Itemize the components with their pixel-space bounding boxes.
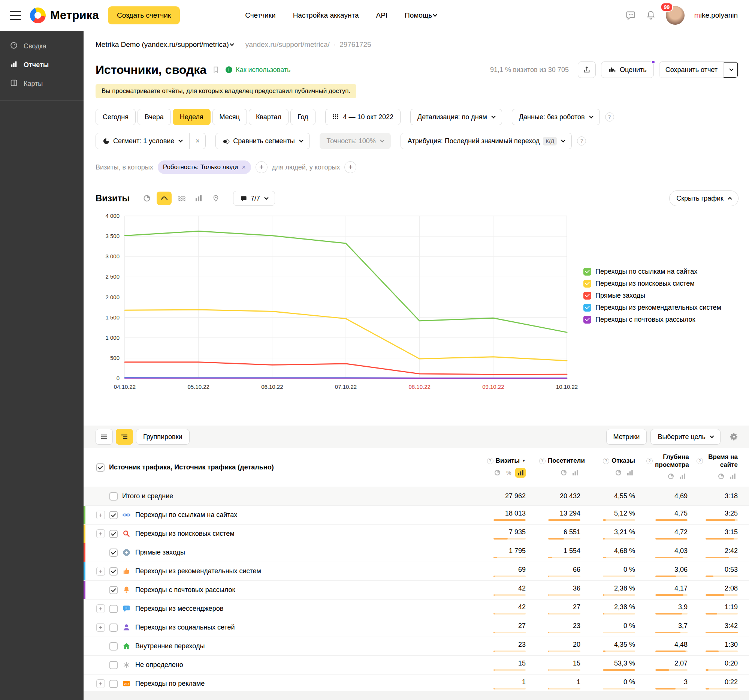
column-header-4[interactable]: ?Время на сайте bbox=[692, 453, 749, 481]
expand-row-button[interactable]: + bbox=[96, 567, 105, 576]
columns-chart-type-icon[interactable] bbox=[191, 191, 206, 205]
expand-row-button[interactable]: + bbox=[96, 604, 105, 613]
legend-checkbox[interactable] bbox=[583, 316, 591, 323]
hide-chart-button[interactable]: Скрыть график bbox=[669, 190, 738, 206]
row-checkbox[interactable] bbox=[109, 586, 118, 594]
date-range-button[interactable]: 4 — 10 окт 2022 bbox=[325, 109, 400, 125]
row-checkbox[interactable] bbox=[109, 623, 118, 632]
legend-item-2[interactable]: Прямые заходы bbox=[583, 292, 721, 300]
period-tab-Неделя[interactable]: Неделя bbox=[173, 109, 211, 125]
metric-help-icon[interactable]: ? bbox=[697, 458, 703, 464]
table-row[interactable]: Внутренние переходы23204,35 %4,481:30 bbox=[84, 637, 749, 656]
remove-filter-icon[interactable]: × bbox=[242, 164, 246, 172]
row-checkbox[interactable] bbox=[109, 567, 118, 576]
user-avatar[interactable]: 99 bbox=[666, 6, 685, 25]
groupings-button[interactable]: Группировки bbox=[136, 429, 190, 445]
column-header-1[interactable]: ?Посетители bbox=[530, 457, 585, 477]
robotness-pill[interactable]: Роботность: Только люди × bbox=[158, 161, 251, 174]
bookmark-icon[interactable] bbox=[212, 66, 220, 74]
row-checkbox[interactable] bbox=[109, 548, 118, 557]
table-row[interactable]: Переходы с почтовых рассылок42362,38 %4,… bbox=[84, 581, 749, 599]
counter-selector[interactable]: Metrika Demo (yandex.ru/support/metrica) bbox=[96, 40, 234, 49]
legend-checkbox[interactable] bbox=[583, 304, 591, 312]
table-row[interactable]: +Переходы из мессенджеров42272,38 %3,91:… bbox=[84, 599, 749, 618]
period-tab-Квартал[interactable]: Квартал bbox=[249, 109, 289, 125]
map-chart-type-icon[interactable] bbox=[208, 191, 223, 205]
metrika-logo[interactable]: Метрика bbox=[30, 8, 99, 23]
metric-help-icon[interactable]: ? bbox=[647, 458, 653, 464]
metric-display-pie-icon[interactable] bbox=[558, 468, 569, 478]
legend-checkbox[interactable] bbox=[583, 268, 591, 276]
attribution-dropdown[interactable]: Атрибуция: Последний значимый переход К/… bbox=[400, 133, 572, 149]
row-label[interactable]: Переходы по ссылкам на сайтах bbox=[135, 511, 237, 519]
column-header-0[interactable]: ?Визиты▼% bbox=[474, 457, 530, 477]
row-label[interactable]: Переходы из поисковых систем bbox=[135, 530, 235, 538]
data-mode-dropdown[interactable]: Данные: без роботов bbox=[512, 109, 600, 125]
rate-button[interactable]: Оценить bbox=[601, 61, 654, 78]
table-row[interactable]: Не определено151553,3 %2,070:20 bbox=[84, 656, 749, 674]
table-row[interactable]: Прямые заходы1 7951 5544,68 %4,032:42 bbox=[84, 543, 749, 562]
help-icon[interactable]: ? bbox=[577, 136, 586, 146]
choose-goal-dropdown[interactable]: Выберите цель bbox=[650, 429, 720, 445]
sidebar-item-2[interactable]: Карты bbox=[0, 74, 84, 93]
metric-help-icon[interactable]: ? bbox=[539, 458, 546, 464]
period-tab-Год[interactable]: Год bbox=[290, 109, 315, 125]
legend-item-0[interactable]: Переходы по ссылкам на сайтах bbox=[583, 268, 721, 276]
save-report-chevron[interactable] bbox=[723, 62, 738, 78]
row-label[interactable]: Переходы из мессенджеров bbox=[135, 605, 223, 613]
pie-chart-type-icon[interactable] bbox=[139, 191, 154, 205]
metric-display-bars-icon[interactable] bbox=[677, 472, 688, 481]
segment-dropdown[interactable]: Сегмент: 1 условие bbox=[96, 133, 189, 149]
metric-display-bars-icon[interactable] bbox=[625, 468, 635, 478]
row-label[interactable]: Переходы из социальных сетей bbox=[135, 623, 235, 631]
legend-checkbox[interactable] bbox=[583, 292, 591, 300]
table-row[interactable]: +Переходы по ссылкам на сайтах18 01313 2… bbox=[84, 506, 749, 525]
row-checkbox[interactable] bbox=[109, 511, 118, 519]
detalization-dropdown[interactable]: Детализация: по дням bbox=[410, 109, 502, 125]
metric-display-bars-icon[interactable] bbox=[515, 468, 526, 478]
metric-display-bars-icon[interactable] bbox=[570, 468, 580, 478]
legend-item-1[interactable]: Переходы из поисковых систем bbox=[583, 280, 721, 288]
column-header-3[interactable]: ?Глубина просмотра bbox=[640, 453, 692, 481]
row-label[interactable]: Не определено bbox=[135, 661, 183, 669]
chat-icon[interactable] bbox=[625, 10, 636, 21]
metric-help-icon[interactable]: ? bbox=[603, 458, 609, 464]
table-row[interactable]: +ADПереходы по рекламе110 %30:22 bbox=[84, 674, 749, 693]
how-to-use-link[interactable]: Как использовать bbox=[225, 66, 290, 74]
expand-row-button[interactable]: + bbox=[96, 529, 105, 538]
legend-checkbox[interactable] bbox=[583, 280, 591, 288]
expand-row-button[interactable]: + bbox=[96, 511, 105, 519]
row-checkbox[interactable] bbox=[109, 530, 118, 538]
metric-display-bars-icon[interactable] bbox=[727, 472, 738, 481]
sidebar-item-1[interactable]: Отчеты bbox=[0, 55, 84, 74]
compare-segments-dropdown[interactable]: Сравнить сегменты bbox=[216, 133, 309, 149]
row-label[interactable]: Переходы с почтовых рассылок bbox=[135, 586, 235, 594]
metrics-button[interactable]: Метрики bbox=[606, 429, 647, 445]
period-tab-Сегодня[interactable]: Сегодня bbox=[96, 109, 136, 125]
period-tab-Месяц[interactable]: Месяц bbox=[212, 109, 247, 125]
period-tab-Вчера[interactable]: Вчера bbox=[138, 109, 171, 125]
menu-button[interactable] bbox=[10, 11, 21, 20]
gear-icon[interactable] bbox=[729, 432, 738, 441]
row-checkbox[interactable] bbox=[109, 661, 118, 669]
accuracy-dropdown[interactable]: Точность: 100% bbox=[319, 133, 391, 149]
metric-display-pie-icon[interactable] bbox=[492, 468, 503, 478]
legend-item-4[interactable]: Переходы с почтовых рассылок bbox=[583, 316, 721, 323]
nav-item-3[interactable]: Помощь bbox=[405, 11, 437, 20]
nav-item-1[interactable]: Настройка аккаунта bbox=[293, 11, 359, 20]
legend-item-3[interactable]: Переходы из рекомендательных систем bbox=[583, 304, 721, 312]
tree-view-icon[interactable] bbox=[116, 429, 133, 445]
save-report-main[interactable]: Сохранить отчет bbox=[659, 62, 723, 78]
expand-row-button[interactable]: + bbox=[96, 679, 105, 688]
column-header-2[interactable]: ?Отказы bbox=[585, 457, 640, 477]
sidebar-item-0[interactable]: Сводка bbox=[0, 37, 84, 55]
comments-dropdown[interactable]: 7/7 bbox=[233, 191, 275, 206]
metric-display-pie-icon[interactable] bbox=[715, 472, 726, 481]
table-row[interactable]: +Переходы из социальных сетей27230 %3,73… bbox=[84, 618, 749, 637]
select-all-checkbox[interactable] bbox=[96, 463, 104, 472]
add-visit-condition-button[interactable]: + bbox=[255, 161, 268, 173]
username[interactable]: mike.polyanin bbox=[694, 11, 738, 20]
metric-display-pie-icon[interactable] bbox=[665, 472, 676, 481]
nav-item-2[interactable]: API bbox=[376, 11, 387, 20]
segment-clear-button[interactable]: × bbox=[189, 133, 206, 149]
